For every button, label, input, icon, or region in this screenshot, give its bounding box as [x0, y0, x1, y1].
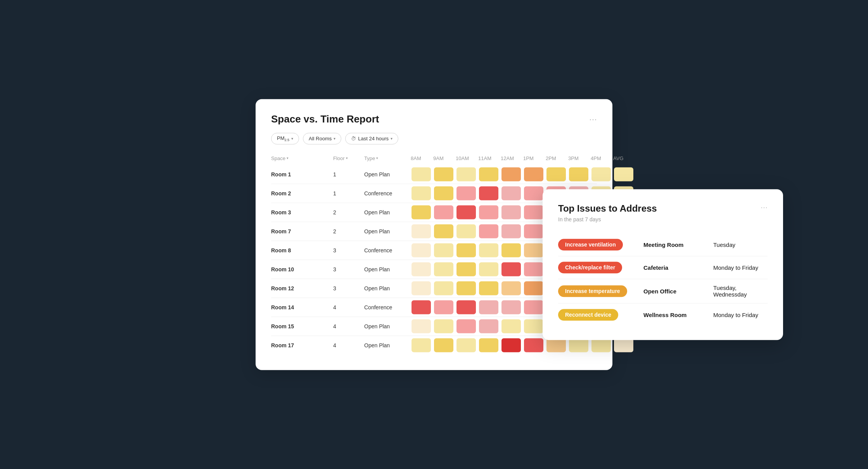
time-filter-label: Last 24 hours — [358, 136, 389, 141]
issue-location-0: Meeting Room — [643, 241, 713, 248]
heat-cell-4-4 — [501, 243, 521, 257]
header-floor[interactable]: Floor ▾ — [333, 155, 364, 161]
issue-schedule-1: Monday to Friday — [713, 264, 768, 271]
heat-cell-2-1 — [434, 205, 453, 219]
heat-cell-3-3 — [479, 224, 498, 238]
issue-tag-label-3[interactable]: Reconnect device — [558, 309, 618, 321]
issues-title: Top Issues to Address — [558, 203, 657, 214]
heat-cell-1-2 — [456, 186, 476, 200]
heat-cell-1-1 — [434, 186, 453, 200]
cell-floor: 3 — [333, 285, 364, 291]
cell-floor: 3 — [333, 247, 364, 253]
cell-floor: 2 — [333, 228, 364, 234]
heat-cell-4-1 — [434, 243, 453, 257]
issues-more-icon[interactable]: ⋯ — [761, 203, 768, 212]
heat-cell-3-1 — [434, 224, 453, 238]
cell-type: Open Plan — [364, 171, 411, 177]
issues-header: Top Issues to Address ⋯ — [558, 203, 768, 214]
heat-cell-7-4 — [501, 300, 521, 314]
heat-cell-8-5 — [524, 319, 543, 333]
issues-body: Increase ventilation Meeting Room Tuesda… — [558, 233, 768, 326]
time-filter-button[interactable]: ⏱ Last 24 hours ▾ — [345, 133, 398, 145]
heat-cell-5-3 — [479, 262, 498, 276]
heat-cell-0-1 — [434, 167, 453, 181]
issue-schedule-2: Tuesday, Wednessday — [713, 285, 768, 298]
issue-tag-label-1[interactable]: Check/replace filter — [558, 262, 622, 273]
heat-cell-1-4 — [501, 186, 521, 200]
heat-cell-4-5 — [524, 243, 543, 257]
heat-cell-6-0 — [412, 281, 431, 295]
heat-cell-3-5 — [524, 224, 543, 238]
heat-cell-3-2 — [456, 224, 476, 238]
heat-cell-0-4 — [501, 167, 521, 181]
cell-type: Open Plan — [364, 342, 411, 348]
rooms-chevron-icon: ▾ — [334, 136, 335, 141]
issue-row: Increase ventilation Meeting Room Tuesda… — [558, 233, 768, 256]
heat-cell-7-5 — [524, 300, 543, 314]
cell-space: Room 1 — [271, 171, 333, 177]
heat-cell-5-2 — [456, 262, 476, 276]
cell-space: Room 10 — [271, 266, 333, 272]
heat-cell-2-0 — [412, 205, 431, 219]
cell-floor: 3 — [333, 266, 364, 272]
heat-cell-5-1 — [434, 262, 453, 276]
issues-card: Top Issues to Address ⋯ In the past 7 da… — [543, 189, 783, 340]
pm-filter-button[interactable]: PM2.5 ▾ — [271, 133, 299, 145]
cell-space: Room 7 — [271, 228, 333, 234]
heat-cell-9-3 — [479, 338, 498, 352]
heat-cell-0-3 — [479, 167, 498, 181]
heat-cell-0-2 — [456, 167, 476, 181]
cell-space: Room 14 — [271, 304, 333, 310]
heat-cell-7-0 — [412, 300, 431, 314]
heat-cell-9-9 — [614, 338, 633, 352]
cell-space: Room 15 — [271, 323, 333, 329]
cell-space: Room 17 — [271, 342, 333, 348]
issue-row: Reconnect device Wellness Room Monday to… — [558, 303, 768, 326]
heat-cell-9-0 — [412, 338, 431, 352]
heat-cell-2-3 — [479, 205, 498, 219]
pm-chevron-icon: ▾ — [291, 136, 293, 141]
heat-cell-9-8 — [591, 338, 611, 352]
report-header: Space vs. Time Report ⋯ — [271, 113, 597, 125]
header-space[interactable]: Space ▾ — [271, 155, 333, 161]
cell-floor: 1 — [333, 171, 364, 177]
heat-cell-5-0 — [412, 262, 431, 276]
issue-schedule-0: Tuesday — [713, 241, 768, 248]
issue-tag-1: Check/replace filter — [558, 262, 643, 273]
heat-cell-6-3 — [479, 281, 498, 295]
header-type[interactable]: Type ▾ — [364, 155, 411, 161]
report-more-icon[interactable]: ⋯ — [589, 114, 597, 124]
heat-cell-0-9 — [614, 167, 633, 181]
rooms-filter-button[interactable]: All Rooms ▾ — [303, 133, 341, 145]
heat-cell-7-3 — [479, 300, 498, 314]
cell-type: Open Plan — [364, 266, 411, 272]
heat-cell-1-5 — [524, 186, 543, 200]
table-header: Space ▾ Floor ▾ Type ▾ 8AM 9AM 10AM 11AM… — [271, 155, 597, 165]
clock-icon: ⏱ — [351, 136, 356, 141]
heat-cell-9-6 — [546, 338, 566, 352]
pm-filter-label: PM2.5 — [277, 135, 289, 142]
table-row: Room 1 1 Open Plan — [271, 165, 597, 184]
filters-row: PM2.5 ▾ All Rooms ▾ ⏱ Last 24 hours ▾ — [271, 133, 597, 145]
header-1pm: 1PM — [523, 155, 546, 161]
issue-location-1: Cafeteria — [643, 264, 713, 271]
issue-tag-label-0[interactable]: Increase ventilation — [558, 239, 623, 250]
cell-space: Room 2 — [271, 190, 333, 196]
header-9am: 9AM — [433, 155, 456, 161]
heat-cell-5-4 — [501, 262, 521, 276]
heat-cell-5-5 — [524, 262, 543, 276]
heat-cell-2-5 — [524, 205, 543, 219]
heat-cell-6-4 — [501, 281, 521, 295]
heat-cell-9-1 — [434, 338, 453, 352]
header-11am: 11AM — [478, 155, 501, 161]
header-avg: AVG — [613, 155, 633, 161]
heat-cell-1-0 — [412, 186, 431, 200]
header-4pm: 4PM — [591, 155, 613, 161]
header-10am: 10AM — [456, 155, 478, 161]
issue-tag-label-2[interactable]: Increase temperature — [558, 285, 627, 297]
issue-row: Check/replace filter Cafeteria Monday to… — [558, 256, 768, 279]
heat-cell-0-7 — [569, 167, 588, 181]
cell-space: Room 3 — [271, 209, 333, 215]
heat-cell-8-3 — [479, 319, 498, 333]
cell-floor: 4 — [333, 323, 364, 329]
